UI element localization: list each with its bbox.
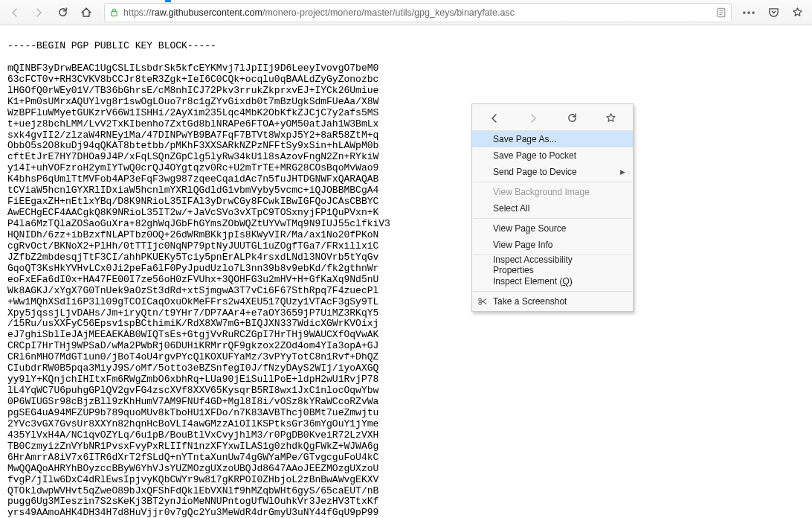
scissors-icon: [477, 295, 489, 307]
ctx-view-page-source[interactable]: View Page Source: [472, 220, 633, 237]
ctx-view-page-info[interactable]: View Page Info: [472, 237, 633, 253]
ctx-forward-button[interactable]: [523, 109, 544, 128]
lock-icon: [109, 7, 119, 17]
ctx-inspect-element[interactable]: Inspect Element (Q): [472, 273, 633, 290]
reader-mode-icon[interactable]: [716, 7, 726, 18]
context-menu: Save Page As... Save Page to Pocket Send…: [471, 103, 634, 312]
submenu-arrow-icon: ▶: [620, 168, 625, 176]
context-menu-nav-row: [472, 106, 633, 131]
home-button[interactable]: [76, 3, 97, 22]
ctx-separator: [473, 291, 632, 292]
bookmark-star-button[interactable]: [787, 3, 808, 22]
svg-rect-0: [112, 12, 117, 16]
ctx-back-button[interactable]: [484, 109, 505, 128]
url-bar[interactable]: https://raw.githubusercontent.com/monero…: [104, 3, 732, 22]
ctx-reload-button[interactable]: [561, 109, 582, 128]
page-actions-button[interactable]: •••: [739, 3, 760, 22]
ctx-view-bg-image-label: View Background Image: [493, 187, 590, 197]
ctx-send-to-device-label: Send Page to Device: [493, 167, 577, 177]
ctx-separator: [473, 182, 632, 182]
forward-button[interactable]: [28, 3, 49, 22]
ctx-bookmark-button[interactable]: [600, 109, 621, 128]
ctx-select-all[interactable]: Select All: [472, 200, 633, 217]
ctx-send-to-device[interactable]: Send Page to Device ▶: [472, 164, 633, 180]
ctx-view-page-source-label: View Page Source: [493, 223, 567, 234]
ctx-separator: [473, 218, 632, 219]
pgp-text-content: -----BEGIN PGP PUBLIC KEY BLOCK----- mQI…: [0, 35, 812, 518]
back-button[interactable]: [4, 3, 25, 22]
ctx-view-page-info-label: View Page Info: [493, 240, 553, 250]
ctx-take-screenshot-label: Take a Screenshot: [493, 296, 567, 307]
ctx-save-page-as[interactable]: Save Page As...: [472, 131, 633, 147]
url-text: https://raw.githubusercontent.com/monero…: [123, 7, 712, 18]
ctx-save-page-as-label: Save Page As...: [493, 134, 556, 144]
pocket-button[interactable]: [763, 3, 784, 22]
ctx-view-bg-image: View Background Image: [472, 184, 633, 200]
ctx-inspect-accessibility-label: Inspect Accessibility Properties: [493, 255, 613, 275]
ctx-save-to-pocket[interactable]: Save Page to Pocket: [472, 147, 633, 164]
ctx-save-to-pocket-label: Save Page to Pocket: [493, 150, 576, 161]
browser-toolbar: https://raw.githubusercontent.com/monero…: [0, 0, 812, 25]
ctx-inspect-element-label: Inspect Element (Q): [493, 276, 573, 287]
ctx-select-all-label: Select All: [493, 203, 529, 214]
reload-button[interactable]: [52, 3, 73, 22]
ctx-take-screenshot[interactable]: Take a Screenshot: [472, 293, 633, 310]
ctx-inspect-accessibility[interactable]: Inspect Accessibility Properties: [472, 257, 633, 273]
